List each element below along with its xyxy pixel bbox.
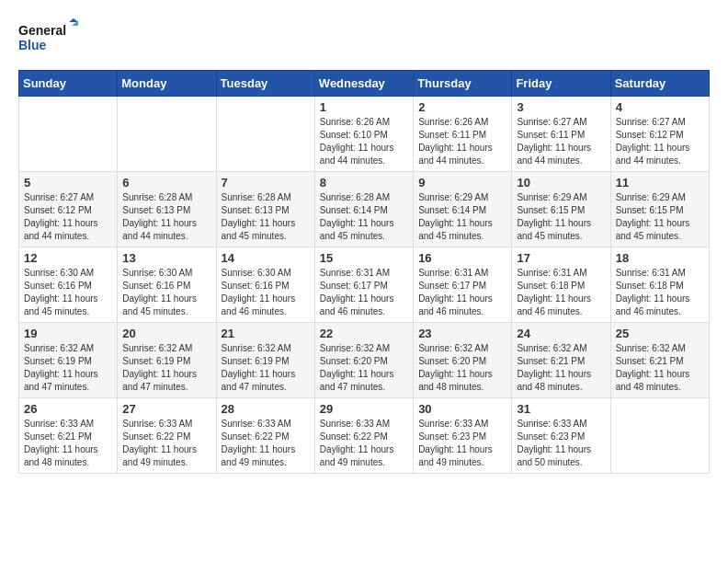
calendar-cell bbox=[610, 398, 709, 474]
day-number: 13 bbox=[122, 251, 210, 265]
day-info: Sunrise: 6:26 AM Sunset: 6:11 PM Dayligh… bbox=[418, 116, 506, 167]
day-info: Sunrise: 6:33 AM Sunset: 6:22 PM Dayligh… bbox=[122, 418, 210, 469]
day-number: 26 bbox=[24, 402, 112, 416]
weekday-header-friday: Friday bbox=[512, 71, 610, 97]
day-number: 22 bbox=[320, 327, 408, 340]
calendar-cell: 2Sunrise: 6:26 AM Sunset: 6:11 PM Daylig… bbox=[414, 97, 512, 172]
day-info: Sunrise: 6:32 AM Sunset: 6:19 PM Dayligh… bbox=[24, 342, 112, 394]
calendar-cell: 1Sunrise: 6:26 AM Sunset: 6:10 PM Daylig… bbox=[314, 97, 413, 172]
calendar-cell: 10Sunrise: 6:29 AM Sunset: 6:15 PM Dayli… bbox=[512, 172, 610, 247]
day-info: Sunrise: 6:32 AM Sunset: 6:20 PM Dayligh… bbox=[418, 342, 506, 394]
day-info: Sunrise: 6:31 AM Sunset: 6:17 PM Dayligh… bbox=[320, 267, 408, 318]
day-info: Sunrise: 6:31 AM Sunset: 6:17 PM Dayligh… bbox=[418, 267, 506, 318]
weekday-header-wednesday: Wednesday bbox=[314, 71, 413, 97]
calendar-cell: 20Sunrise: 6:32 AM Sunset: 6:19 PM Dayli… bbox=[118, 323, 216, 398]
day-number: 12 bbox=[24, 251, 112, 265]
weekday-header-saturday: Saturday bbox=[610, 71, 709, 97]
day-number: 20 bbox=[122, 327, 210, 340]
calendar-cell bbox=[118, 97, 216, 172]
day-info: Sunrise: 6:28 AM Sunset: 6:14 PM Dayligh… bbox=[320, 191, 408, 243]
day-number: 2 bbox=[418, 100, 506, 114]
day-info: Sunrise: 6:29 AM Sunset: 6:14 PM Dayligh… bbox=[418, 191, 506, 243]
week-row-3: 12Sunrise: 6:30 AM Sunset: 6:16 PM Dayli… bbox=[19, 247, 710, 323]
day-info: Sunrise: 6:33 AM Sunset: 6:21 PM Dayligh… bbox=[24, 418, 112, 469]
day-number: 6 bbox=[122, 176, 210, 190]
day-info: Sunrise: 6:30 AM Sunset: 6:16 PM Dayligh… bbox=[222, 267, 310, 318]
week-row-5: 26Sunrise: 6:33 AM Sunset: 6:21 PM Dayli… bbox=[19, 398, 710, 474]
calendar-cell: 13Sunrise: 6:30 AM Sunset: 6:16 PM Dayli… bbox=[118, 247, 216, 323]
day-number: 19 bbox=[24, 327, 112, 340]
day-number: 8 bbox=[320, 176, 408, 190]
day-info: Sunrise: 6:26 AM Sunset: 6:10 PM Dayligh… bbox=[320, 116, 408, 167]
weekday-header-tuesday: Tuesday bbox=[216, 71, 314, 97]
calendar-cell: 19Sunrise: 6:32 AM Sunset: 6:19 PM Dayli… bbox=[19, 323, 118, 398]
calendar-cell: 17Sunrise: 6:31 AM Sunset: 6:18 PM Dayli… bbox=[512, 247, 610, 323]
calendar-cell: 14Sunrise: 6:30 AM Sunset: 6:16 PM Dayli… bbox=[216, 247, 314, 323]
day-number: 3 bbox=[517, 100, 605, 114]
week-row-2: 5Sunrise: 6:27 AM Sunset: 6:12 PM Daylig… bbox=[19, 172, 710, 247]
weekday-header-monday: Monday bbox=[118, 71, 216, 97]
day-info: Sunrise: 6:33 AM Sunset: 6:22 PM Dayligh… bbox=[222, 418, 310, 469]
day-number: 24 bbox=[517, 327, 605, 340]
day-number: 17 bbox=[517, 251, 605, 265]
day-number: 5 bbox=[24, 176, 112, 190]
calendar-cell: 8Sunrise: 6:28 AM Sunset: 6:14 PM Daylig… bbox=[314, 172, 413, 247]
calendar-cell: 26Sunrise: 6:33 AM Sunset: 6:21 PM Dayli… bbox=[19, 398, 118, 474]
calendar-cell: 28Sunrise: 6:33 AM Sunset: 6:22 PM Dayli… bbox=[216, 398, 314, 474]
calendar-cell bbox=[216, 97, 314, 172]
weekday-header-thursday: Thursday bbox=[414, 71, 512, 97]
day-info: Sunrise: 6:29 AM Sunset: 6:15 PM Dayligh… bbox=[616, 191, 704, 243]
calendar-table: SundayMondayTuesdayWednesdayThursdayFrid… bbox=[18, 70, 710, 474]
calendar-cell bbox=[19, 97, 118, 172]
day-number: 9 bbox=[418, 176, 506, 190]
svg-text:Blue: Blue bbox=[18, 38, 47, 52]
calendar-cell: 18Sunrise: 6:31 AM Sunset: 6:18 PM Dayli… bbox=[610, 247, 709, 323]
day-number: 30 bbox=[418, 402, 506, 416]
calendar-cell: 15Sunrise: 6:31 AM Sunset: 6:17 PM Dayli… bbox=[314, 247, 413, 323]
day-info: Sunrise: 6:33 AM Sunset: 6:22 PM Dayligh… bbox=[320, 418, 408, 469]
calendar-cell: 6Sunrise: 6:28 AM Sunset: 6:13 PM Daylig… bbox=[118, 172, 216, 247]
day-number: 14 bbox=[222, 251, 310, 265]
day-info: Sunrise: 6:28 AM Sunset: 6:13 PM Dayligh… bbox=[122, 191, 210, 243]
day-number: 23 bbox=[418, 327, 506, 340]
svg-text:General: General bbox=[18, 23, 66, 38]
calendar-cell: 22Sunrise: 6:32 AM Sunset: 6:20 PM Dayli… bbox=[314, 323, 413, 398]
day-number: 21 bbox=[222, 327, 310, 340]
day-info: Sunrise: 6:33 AM Sunset: 6:23 PM Dayligh… bbox=[418, 418, 506, 469]
day-info: Sunrise: 6:29 AM Sunset: 6:15 PM Dayligh… bbox=[517, 191, 605, 243]
day-number: 15 bbox=[320, 251, 408, 265]
calendar-cell: 11Sunrise: 6:29 AM Sunset: 6:15 PM Dayli… bbox=[610, 172, 709, 247]
day-number: 7 bbox=[222, 176, 310, 190]
calendar-cell: 3Sunrise: 6:27 AM Sunset: 6:11 PM Daylig… bbox=[512, 97, 610, 172]
day-info: Sunrise: 6:31 AM Sunset: 6:18 PM Dayligh… bbox=[616, 267, 704, 318]
week-row-4: 19Sunrise: 6:32 AM Sunset: 6:19 PM Dayli… bbox=[19, 323, 710, 398]
calendar-cell: 27Sunrise: 6:33 AM Sunset: 6:22 PM Dayli… bbox=[118, 398, 216, 474]
calendar-cell: 29Sunrise: 6:33 AM Sunset: 6:22 PM Dayli… bbox=[314, 398, 413, 474]
page-header: GeneralBlue bbox=[18, 18, 710, 55]
logo-icon: GeneralBlue bbox=[18, 18, 83, 55]
day-info: Sunrise: 6:27 AM Sunset: 6:12 PM Dayligh… bbox=[24, 191, 112, 243]
calendar-cell: 23Sunrise: 6:32 AM Sunset: 6:20 PM Dayli… bbox=[414, 323, 512, 398]
day-number: 10 bbox=[517, 176, 605, 190]
week-row-1: 1Sunrise: 6:26 AM Sunset: 6:10 PM Daylig… bbox=[19, 97, 710, 172]
day-info: Sunrise: 6:32 AM Sunset: 6:20 PM Dayligh… bbox=[320, 342, 408, 394]
day-number: 31 bbox=[517, 402, 605, 416]
day-info: Sunrise: 6:32 AM Sunset: 6:21 PM Dayligh… bbox=[616, 342, 704, 394]
day-info: Sunrise: 6:32 AM Sunset: 6:19 PM Dayligh… bbox=[122, 342, 210, 394]
day-info: Sunrise: 6:28 AM Sunset: 6:13 PM Dayligh… bbox=[222, 191, 310, 243]
calendar-cell: 25Sunrise: 6:32 AM Sunset: 6:21 PM Dayli… bbox=[610, 323, 709, 398]
day-number: 4 bbox=[616, 100, 704, 114]
day-info: Sunrise: 6:31 AM Sunset: 6:18 PM Dayligh… bbox=[517, 267, 605, 318]
calendar-cell: 5Sunrise: 6:27 AM Sunset: 6:12 PM Daylig… bbox=[19, 172, 118, 247]
day-number: 27 bbox=[122, 402, 210, 416]
day-number: 11 bbox=[616, 176, 704, 190]
day-info: Sunrise: 6:30 AM Sunset: 6:16 PM Dayligh… bbox=[24, 267, 112, 318]
weekday-header-row: SundayMondayTuesdayWednesdayThursdayFrid… bbox=[19, 71, 710, 97]
calendar-cell: 24Sunrise: 6:32 AM Sunset: 6:21 PM Dayli… bbox=[512, 323, 610, 398]
calendar-cell: 7Sunrise: 6:28 AM Sunset: 6:13 PM Daylig… bbox=[216, 172, 314, 247]
day-number: 16 bbox=[418, 251, 506, 265]
calendar-cell: 4Sunrise: 6:27 AM Sunset: 6:12 PM Daylig… bbox=[610, 97, 709, 172]
day-info: Sunrise: 6:32 AM Sunset: 6:21 PM Dayligh… bbox=[517, 342, 605, 394]
day-info: Sunrise: 6:27 AM Sunset: 6:12 PM Dayligh… bbox=[616, 116, 704, 167]
day-info: Sunrise: 6:33 AM Sunset: 6:23 PM Dayligh… bbox=[517, 418, 605, 469]
